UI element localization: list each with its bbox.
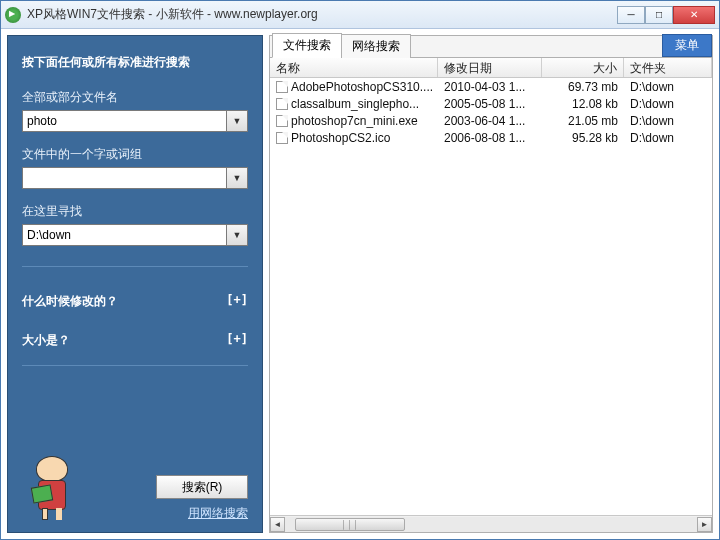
tab-file-search[interactable]: 文件搜索 — [272, 33, 342, 58]
results-list: AdobePhotoshopCS310....2010-04-03 1...69… — [270, 78, 712, 515]
search-button[interactable]: 搜索(R) — [156, 475, 248, 499]
cell-date: 2010-04-03 1... — [438, 80, 542, 94]
cell-folder: D:\down — [624, 114, 712, 128]
lookin-label: 在这里寻找 — [22, 203, 248, 220]
header-name[interactable]: 名称 — [270, 58, 438, 77]
app-window: XP风格WIN7文件搜索 - 小新软件 - www.newplayer.org … — [0, 0, 720, 540]
cell-size: 12.08 kb — [542, 97, 624, 111]
expand-icon: [+] — [226, 332, 248, 349]
mascot-image — [22, 452, 82, 522]
size-expander[interactable]: 大小是？ [+] — [22, 332, 248, 349]
titlebar[interactable]: XP风格WIN7文件搜索 - 小新软件 - www.newplayer.org … — [1, 1, 719, 29]
client-area: 按下面任何或所有标准进行搜索 全部或部分文件名 ▼ 文件中的一个字或词组 ▼ 在… — [1, 29, 719, 539]
cell-date: 2005-05-08 1... — [438, 97, 542, 111]
menu-button[interactable]: 菜单 — [662, 34, 712, 57]
file-icon — [276, 98, 288, 110]
content-dropdown-icon[interactable]: ▼ — [226, 167, 248, 189]
expand-icon: [+] — [226, 293, 248, 310]
cell-name: photoshop7cn_mini.exe — [291, 114, 418, 128]
table-row[interactable]: photoshop7cn_mini.exe2003-06-04 1...21.0… — [270, 112, 712, 129]
cell-size: 69.73 mb — [542, 80, 624, 94]
cell-size: 21.05 mb — [542, 114, 624, 128]
tab-network-search[interactable]: 网络搜索 — [341, 34, 411, 58]
cell-folder: D:\down — [624, 97, 712, 111]
table-row[interactable]: PhotoshopCS2.ico2006-08-08 1...95.28 kbD… — [270, 129, 712, 146]
horizontal-scrollbar[interactable]: ◄ │││ ► — [270, 515, 712, 532]
cell-date: 2006-08-08 1... — [438, 131, 542, 145]
cell-name: AdobePhotoshopCS310.... — [291, 80, 433, 94]
file-icon — [276, 81, 288, 93]
minimize-button[interactable]: ─ — [617, 6, 645, 24]
results-pane: 文件搜索 网络搜索 菜单 名称 修改日期 大小 文件夹 AdobePhotosh… — [269, 35, 713, 533]
scroll-left-icon[interactable]: ◄ — [270, 517, 285, 532]
file-icon — [276, 132, 288, 144]
filename-label: 全部或部分文件名 — [22, 89, 248, 106]
filename-dropdown-icon[interactable]: ▼ — [226, 110, 248, 132]
column-headers: 名称 修改日期 大小 文件夹 — [270, 58, 712, 78]
divider — [22, 365, 248, 366]
search-sidebar: 按下面任何或所有标准进行搜索 全部或部分文件名 ▼ 文件中的一个字或词组 ▼ 在… — [7, 35, 263, 533]
cell-name: PhotoshopCS2.ico — [291, 131, 390, 145]
table-row[interactable]: classalbum_singlepho...2005-05-08 1...12… — [270, 95, 712, 112]
maximize-button[interactable]: □ — [645, 6, 673, 24]
when-modified-label: 什么时候修改的？ — [22, 293, 118, 310]
sidebar-heading: 按下面任何或所有标准进行搜索 — [22, 54, 248, 71]
size-label: 大小是？ — [22, 332, 70, 349]
cell-date: 2003-06-04 1... — [438, 114, 542, 128]
lookin-input[interactable] — [22, 224, 226, 246]
when-modified-expander[interactable]: 什么时候修改的？ [+] — [22, 293, 248, 310]
close-button[interactable]: ✕ — [673, 6, 715, 24]
filename-input[interactable] — [22, 110, 226, 132]
content-input[interactable] — [22, 167, 226, 189]
table-row[interactable]: AdobePhotoshopCS310....2010-04-03 1...69… — [270, 78, 712, 95]
network-search-link[interactable]: 用网络搜索 — [188, 505, 248, 522]
header-size[interactable]: 大小 — [542, 58, 624, 77]
cell-folder: D:\down — [624, 80, 712, 94]
divider — [22, 266, 248, 267]
tab-row: 文件搜索 网络搜索 菜单 — [270, 36, 712, 58]
header-folder[interactable]: 文件夹 — [624, 58, 712, 77]
cell-folder: D:\down — [624, 131, 712, 145]
scroll-thumb[interactable]: │││ — [295, 518, 405, 531]
window-title: XP风格WIN7文件搜索 - 小新软件 - www.newplayer.org — [27, 6, 617, 23]
content-label: 文件中的一个字或词组 — [22, 146, 248, 163]
cell-size: 95.28 kb — [542, 131, 624, 145]
header-date[interactable]: 修改日期 — [438, 58, 542, 77]
scroll-right-icon[interactable]: ► — [697, 517, 712, 532]
file-icon — [276, 115, 288, 127]
lookin-dropdown-icon[interactable]: ▼ — [226, 224, 248, 246]
cell-name: classalbum_singlepho... — [291, 97, 419, 111]
app-icon — [5, 7, 21, 23]
